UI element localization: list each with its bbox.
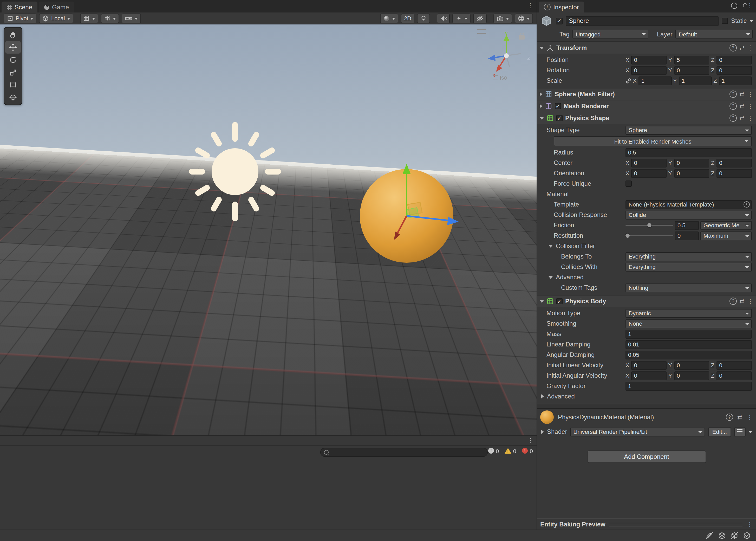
collision-response-dropdown[interactable]: Collide <box>626 211 752 219</box>
grid-visibility-button[interactable] <box>101 13 119 23</box>
preset-icon[interactable] <box>737 414 742 420</box>
scale-tool[interactable] <box>5 66 21 79</box>
friction-mode-dropdown[interactable]: Geometric Me <box>700 221 752 230</box>
help-icon[interactable] <box>729 44 737 52</box>
warning-count-badge[interactable]: ! 0 <box>503 447 518 454</box>
iav-z-field[interactable]: 0 <box>716 371 752 380</box>
static-dropdown-icon[interactable] <box>750 20 753 22</box>
x-axis-arrow[interactable] <box>397 216 406 234</box>
iav-x-field[interactable]: 0 <box>631 371 667 380</box>
scale-z-field[interactable]: 1 <box>719 76 752 85</box>
scene-tab-menu-icon[interactable] <box>527 3 534 9</box>
tag-dropdown[interactable]: Untagged <box>573 30 648 39</box>
projection-mode[interactable]: Iso <box>493 74 507 81</box>
physics-body-enabled-checkbox[interactable] <box>556 298 563 304</box>
orientation-y-field[interactable]: 0 <box>674 169 709 178</box>
gizmo-y-label[interactable]: y <box>505 31 508 36</box>
error-count-badge[interactable]: ! 0 <box>520 447 535 454</box>
preset-icon[interactable] <box>739 115 745 121</box>
foldout-icon[interactable] <box>540 92 542 96</box>
entity-baking-menu-icon[interactable] <box>747 521 753 527</box>
menu-icon[interactable] <box>747 45 753 51</box>
slider-knob[interactable] <box>625 233 630 238</box>
menu-icon[interactable] <box>747 103 753 109</box>
directional-light-gizmo[interactable] <box>186 122 284 221</box>
draw-mode-dropdown[interactable] <box>380 13 398 23</box>
collision-filter-foldout[interactable]: Collision Filter <box>537 241 756 251</box>
scene-lock-icon[interactable] <box>519 33 525 40</box>
transform-tool[interactable] <box>5 91 21 104</box>
z-axis-arrow[interactable] <box>406 216 449 221</box>
foldout-icon[interactable] <box>540 117 544 119</box>
orientation-z-field[interactable]: 0 <box>716 169 752 178</box>
view-hand-tool[interactable] <box>5 29 21 41</box>
preset-icon[interactable] <box>739 298 745 304</box>
move-gizmo[interactable] <box>350 159 474 278</box>
pivot-dropdown[interactable]: Pivot <box>4 13 37 23</box>
mass-field[interactable]: 1 <box>626 329 752 338</box>
help-icon[interactable] <box>729 91 737 98</box>
radius-field[interactable]: 0.5 <box>626 148 752 157</box>
gizmo-z-label[interactable]: z <box>527 55 530 61</box>
scene-visibility-toggle[interactable] <box>473 13 487 23</box>
pane-handle-icon[interactable] <box>477 29 486 34</box>
add-component-button[interactable]: Add Component <box>587 450 706 463</box>
shape-advanced-foldout[interactable]: Advanced <box>537 272 756 282</box>
bake-status-icon[interactable] <box>705 532 713 539</box>
center-y-field[interactable]: 0 <box>674 158 709 167</box>
friction-field[interactable]: 0.5 <box>675 221 699 230</box>
orientation-gizmo[interactable]: y x z <box>479 31 537 79</box>
center-z-field[interactable]: 0 <box>716 158 752 167</box>
foldout-icon[interactable] <box>540 104 542 108</box>
custom-tags-dropdown[interactable]: Nothing <box>626 283 752 292</box>
2d-toggle-button[interactable]: 2D <box>401 13 414 23</box>
smoothing-dropdown[interactable]: None <box>626 319 752 328</box>
physics-shape-header[interactable]: Physics Shape <box>537 112 756 124</box>
help-icon[interactable] <box>726 413 733 421</box>
layer-dropdown[interactable]: Default <box>676 30 753 39</box>
splitter-handle-icon[interactable] <box>610 523 742 526</box>
position-z-field[interactable]: 0 <box>716 55 752 64</box>
mesh-filter-header[interactable]: Sphere (Mesh Filter) <box>537 88 756 100</box>
preset-icon[interactable] <box>739 103 745 109</box>
rotation-y-field[interactable]: 0 <box>674 66 709 75</box>
scale-y-field[interactable]: 1 <box>679 76 712 85</box>
body-advanced-foldout[interactable]: Advanced <box>537 391 756 402</box>
menu-icon[interactable] <box>747 91 753 97</box>
position-y-field[interactable]: 5 <box>674 55 709 64</box>
chevron-down-icon[interactable] <box>749 431 752 433</box>
slider-knob[interactable] <box>647 223 652 228</box>
menu-icon[interactable] <box>747 115 753 121</box>
foldout-icon[interactable] <box>541 430 544 434</box>
restitution-field[interactable]: 0 <box>675 231 699 240</box>
info-count-badge[interactable]: ! 0 <box>486 447 500 454</box>
ilv-x-field[interactable]: 0 <box>631 361 667 369</box>
gameobject-name-field[interactable]: Sphere <box>566 16 719 26</box>
rect-tool[interactable] <box>5 79 21 91</box>
shader-edit-button[interactable]: Edit... <box>708 427 731 437</box>
restitution-mode-dropdown[interactable]: Maximum <box>700 231 752 240</box>
inspector-scroll[interactable]: Sphere Static Tag Untagged Layer Default… <box>537 12 756 519</box>
belongs-to-dropdown[interactable]: Everything <box>626 252 752 261</box>
force-unique-checkbox[interactable] <box>626 181 632 187</box>
transform-header[interactable]: Transform <box>537 42 756 54</box>
physics-shape-enabled-checkbox[interactable] <box>556 115 563 121</box>
foldout-icon[interactable] <box>540 300 544 302</box>
center-x-field[interactable]: 0 <box>631 158 667 167</box>
console-search-input[interactable] <box>320 448 488 457</box>
motion-type-dropdown[interactable]: Dynamic <box>626 309 752 317</box>
gravity-factor-field[interactable]: 1 <box>626 381 752 390</box>
mesh-renderer-enabled-checkbox[interactable] <box>555 103 561 109</box>
mesh-renderer-header[interactable]: Mesh Renderer <box>537 100 756 112</box>
material-header[interactable]: PhysicsDynamicMaterial (Material) <box>537 409 756 425</box>
local-dropdown[interactable]: Local <box>39 13 73 23</box>
physics-body-header[interactable]: Physics Body <box>537 295 756 307</box>
preset-icon[interactable] <box>739 91 745 97</box>
collides-with-dropdown[interactable]: Everything <box>626 263 752 271</box>
help-icon[interactable] <box>729 297 737 305</box>
rotation-x-field[interactable]: 0 <box>631 66 667 75</box>
preset-icon[interactable] <box>739 45 745 51</box>
orientation-x-field[interactable]: 0 <box>631 169 667 178</box>
static-checkbox[interactable] <box>722 18 728 24</box>
scene-viewport[interactable]: y x z Iso <box>0 24 537 435</box>
